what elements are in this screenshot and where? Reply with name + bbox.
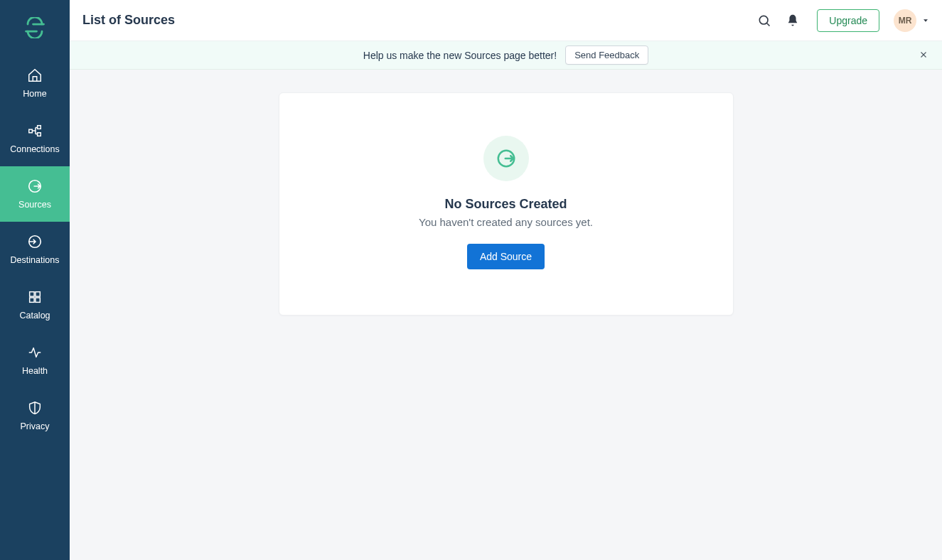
svg-rect-10 (36, 298, 40, 302)
app-logo[interactable] (0, 0, 70, 55)
close-icon (919, 50, 928, 59)
svg-line-13 (767, 23, 770, 26)
content: No Sources Created You haven't created a… (70, 70, 942, 560)
svg-rect-3 (38, 126, 41, 129)
banner-text: Help us make the new Sources page better… (363, 50, 557, 61)
sidebar-item-connections[interactable]: Connections (0, 111, 70, 166)
empty-state-icon-wrap (483, 136, 529, 181)
empty-state-card: No Sources Created You haven't created a… (279, 92, 734, 316)
notifications-button[interactable] (778, 6, 807, 35)
connections-icon (27, 123, 43, 139)
destinations-icon (27, 234, 43, 249)
add-source-button[interactable]: Add Source (467, 244, 545, 269)
sidebar-item-sources[interactable]: Sources (0, 166, 70, 222)
sidebar-item-label: Health (22, 366, 48, 376)
svg-rect-9 (30, 298, 34, 302)
sidebar-item-home[interactable]: Home (0, 55, 70, 111)
svg-rect-2 (29, 129, 33, 133)
sidebar-item-label: Destinations (11, 255, 60, 265)
sidebar-item-destinations[interactable]: Destinations (0, 222, 70, 277)
sidebar-item-label: Catalog (19, 311, 50, 321)
avatar: MR (894, 9, 916, 32)
sidebar-item-label: Connections (10, 144, 60, 154)
empty-state-subtitle: You haven't created any sources yet. (419, 216, 593, 228)
svg-rect-7 (30, 292, 34, 296)
sidebar-item-label: Home (23, 89, 46, 99)
banner-close-button[interactable] (915, 45, 932, 66)
catalog-icon (27, 289, 43, 305)
svg-rect-4 (38, 133, 41, 136)
bell-icon (786, 14, 800, 28)
svg-point-12 (760, 16, 769, 24)
health-icon (27, 345, 43, 360)
user-menu[interactable]: MR (889, 9, 929, 32)
sidebar-item-privacy[interactable]: Privacy (0, 388, 70, 443)
main-area: List of Sources Upgrade MR Help us make … (70, 0, 942, 560)
page-title: List of Sources (82, 13, 175, 28)
search-button[interactable] (750, 6, 778, 35)
sidebar-item-catalog[interactable]: Catalog (0, 277, 70, 333)
sidebar-item-health[interactable]: Health (0, 333, 70, 388)
logo-icon (24, 17, 46, 38)
sidebar-item-label: Sources (18, 200, 51, 210)
feedback-banner: Help us make the new Sources page better… (70, 41, 942, 70)
empty-state-title: No Sources Created (444, 197, 567, 212)
upgrade-button[interactable]: Upgrade (817, 9, 879, 32)
sidebar: Home Connections Sources Destinations (0, 0, 70, 560)
home-icon (27, 68, 43, 83)
sources-icon (27, 178, 43, 194)
svg-rect-8 (36, 292, 40, 296)
send-feedback-button[interactable]: Send Feedback (565, 45, 648, 65)
search-icon (757, 14, 771, 28)
shield-icon (27, 400, 43, 416)
chevron-down-icon (922, 14, 929, 27)
sources-icon (496, 148, 517, 169)
topbar: List of Sources Upgrade MR (70, 0, 942, 41)
sidebar-item-label: Privacy (21, 421, 50, 431)
